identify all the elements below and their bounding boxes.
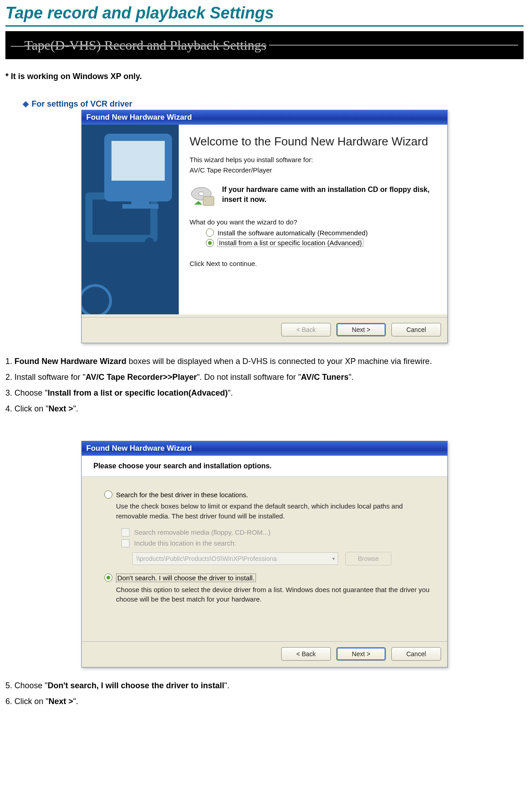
wizard1-heading: Welcome to the Found New Hardware Wizard [190, 135, 436, 149]
wizard1-titlebar: Found New Hardware Wizard [82, 110, 447, 125]
xp-note: * It is working on Windows XP only. [5, 72, 524, 81]
step-6: 6. Click on "Next >". [5, 697, 524, 706]
wizard2-next-button[interactable]: Next > [336, 647, 386, 661]
wizard2-opt-dont[interactable]: Don't search. I will choose the driver t… [104, 574, 435, 582]
chevron-down-icon: ▾ [332, 555, 335, 562]
radio-unselected-icon [206, 229, 214, 237]
wizard2-titlebar: Found New Hardware Wizard [82, 441, 447, 456]
wizard2-opt-search-label: Search for the best driver in these loca… [116, 491, 248, 499]
wizard2-dont-desc: Choose this option to select the device … [116, 585, 435, 605]
wizard1-cancel-button[interactable]: Cancel [391, 323, 441, 336]
wizard1-next-button[interactable]: Next > [336, 323, 386, 336]
wizard-window-2: Found New Hardware Wizard Please choose … [81, 441, 448, 667]
wizard2-chk-include: Include this location in the search: [121, 539, 435, 547]
cd-icon [190, 185, 216, 207]
wizard2-browse-button: Browse [345, 552, 391, 565]
checkbox-icon [121, 539, 130, 547]
wizard1-cd-text: If your hardware came with an installati… [222, 185, 436, 204]
svg-rect-5 [111, 141, 165, 181]
svg-point-10 [199, 192, 204, 196]
section-header: For settings of VCR driver [23, 99, 524, 109]
step-2: 2. Install software for "AV/C Tape Recor… [5, 373, 524, 382]
step-3: 3. Choose "Install from a list or specif… [5, 388, 524, 398]
radio-unselected-icon [104, 490, 112, 499]
wizard2-chk-include-label: Include this location in the search: [134, 539, 236, 547]
svg-point-3 [145, 238, 154, 247]
radio-selected-icon [104, 574, 112, 582]
wizard1-question: What do you want the wizard to do? [190, 218, 436, 226]
wizard2-opt-search[interactable]: Search for the best driver in these loca… [104, 490, 435, 499]
wizard1-click-next: Click Next to continue. [190, 260, 436, 267]
wizard1-opt-auto-label: Install the software automatically (Reco… [218, 229, 368, 237]
wizard2-chk-media: Search removable media (floppy, CD-ROM..… [121, 528, 435, 537]
subtitle-band: — Tape(D-VHS) Record and Playback Settin… [5, 31, 524, 59]
wizard2-back-button[interactable]: < Back [281, 647, 331, 661]
wizard2-path-combo: \\products\Public\Products\OS\WinXP\Prof… [132, 552, 338, 565]
wizard1-sidebar-graphic [82, 125, 179, 314]
svg-marker-12 [194, 201, 202, 205]
wizard2-chk-media-label: Search removable media (floppy, CD-ROM..… [134, 528, 270, 536]
svg-rect-11 [203, 196, 214, 205]
section-title: For settings of VCR driver [32, 99, 132, 109]
wizard1-opt-list-label: Install from a list or specific location… [218, 238, 363, 247]
step-4: 4. Click on "Next >". [5, 404, 524, 414]
wizard-window-1: Found New Hardware Wizard [81, 110, 448, 343]
subtitle-text: Tape(D-VHS) Record and Playback Settings [24, 37, 266, 53]
svg-rect-7 [122, 204, 158, 209]
wizard1-helps-text: This wizard helps you install software f… [190, 156, 436, 163]
step-1: 1. Found New Hardware Wizard boxes will … [5, 357, 524, 366]
wizard1-back-button: < Back [281, 323, 331, 336]
wizard2-path-value: \\products\Public\Products\OS\WinXP\Prof… [136, 555, 277, 562]
svg-rect-6 [131, 197, 149, 204]
wizard2-cancel-button[interactable]: Cancel [391, 647, 441, 661]
wizard2-heading: Please choose your search and installati… [93, 462, 436, 470]
radio-selected-icon [206, 239, 214, 247]
wizard1-opt-auto[interactable]: Install the software automatically (Reco… [206, 229, 436, 237]
page-title: Tape record and playback Settings [5, 0, 524, 27]
step-5: 5. Choose "Don't search, I will choose t… [5, 681, 524, 691]
diamond-icon [23, 101, 29, 107]
wizard2-opt-dont-label: Don't search. I will choose the driver t… [116, 574, 256, 582]
checkbox-icon [121, 528, 130, 537]
wizard1-opt-list[interactable]: Install from a list or specific location… [206, 238, 436, 247]
wizard2-search-desc: Use the check boxes below to limit or ex… [116, 501, 435, 521]
wizard1-device-name: AV/C Tape Recorder/Player [190, 166, 436, 174]
